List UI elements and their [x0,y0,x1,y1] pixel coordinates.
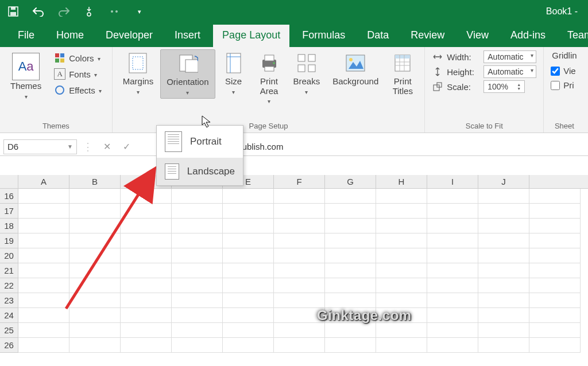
qat-customize-icon[interactable]: ▾ [132,4,147,19]
cell[interactable] [427,204,478,219]
cell[interactable] [69,323,121,338]
tab-developer[interactable]: Developer [96,25,162,47]
cell[interactable] [478,248,529,263]
col-header[interactable]: H [376,175,427,188]
col-header[interactable]: J [478,175,529,188]
cell[interactable] [121,233,172,248]
cell[interactable] [18,233,69,248]
cell[interactable] [121,323,172,338]
cell[interactable] [121,219,172,233]
cell[interactable] [427,248,478,263]
height-select[interactable]: Automatic [483,65,536,78]
cell[interactable] [223,189,274,204]
tab-formulas[interactable]: Formulas [293,25,354,47]
background-button[interactable]: Background [327,49,384,89]
cell[interactable] [172,263,223,278]
orientation-portrait[interactable]: Portrait [157,126,243,158]
cell[interactable] [172,189,223,204]
effects-button[interactable]: Effects ▾ [51,83,105,98]
cell[interactable] [18,278,69,293]
cell[interactable] [274,323,325,338]
cell[interactable] [529,323,581,338]
cell[interactable] [529,293,581,308]
cell[interactable] [121,189,172,204]
cell[interactable] [69,219,121,233]
cell[interactable] [172,204,223,219]
cell[interactable] [529,278,581,293]
cell[interactable] [478,219,529,233]
cell[interactable] [529,338,581,353]
cell[interactable] [223,263,274,278]
cell[interactable] [69,233,121,248]
row-header[interactable]: 21 [0,263,18,278]
col-header[interactable]: F [274,175,325,188]
cell[interactable] [274,248,325,263]
cell[interactable] [376,189,427,204]
col-header[interactable]: B [69,175,121,188]
cell[interactable] [18,248,69,263]
checkbox-icon[interactable] [551,81,560,90]
cell[interactable] [376,338,427,353]
row-header[interactable]: 22 [0,278,18,293]
cell[interactable] [69,263,121,278]
cell[interactable] [529,233,581,248]
cell[interactable] [223,338,274,353]
cell[interactable] [274,278,325,293]
cell[interactable] [18,189,69,204]
cell[interactable] [223,248,274,263]
cell[interactable] [325,293,376,308]
cell[interactable] [325,233,376,248]
cell[interactable] [18,338,69,353]
touch-mode-icon[interactable] [82,4,96,19]
cell[interactable] [69,293,121,308]
gridlines-print-checkbox[interactable]: Pri [551,79,578,91]
cell[interactable] [376,204,427,219]
cell[interactable] [325,189,376,204]
col-header[interactable]: A [18,175,69,188]
colors-button[interactable]: Colors ▾ [51,50,105,65]
row-header[interactable]: 24 [0,308,18,323]
tab-insert[interactable]: Insert [165,25,210,47]
cell[interactable] [274,219,325,233]
cell[interactable] [223,219,274,233]
cell[interactable] [18,263,69,278]
cell[interactable] [274,293,325,308]
breaks-button[interactable]: Breaks ▾ [288,49,326,98]
fonts-button[interactable]: A Fonts ▾ [51,67,105,81]
cell[interactable] [223,204,274,219]
cell[interactable] [121,293,172,308]
cell[interactable] [529,219,581,233]
orientation-button[interactable]: Orientation ▾ [160,49,215,99]
gridlines-view-checkbox[interactable]: Vie [551,65,578,77]
qat-more-icon[interactable] [107,4,122,19]
cell[interactable] [529,263,581,278]
cell[interactable] [478,278,529,293]
cell[interactable] [529,189,581,204]
cell[interactable] [69,308,121,323]
cell[interactable] [427,308,478,323]
themes-button[interactable]: Aa Themes ▾ [5,49,47,102]
cell[interactable] [172,293,223,308]
cell[interactable] [18,293,69,308]
cell[interactable] [69,278,121,293]
cell[interactable] [172,248,223,263]
cell[interactable] [478,204,529,219]
col-header[interactable]: I [427,175,478,188]
cell[interactable] [478,233,529,248]
print-area-button[interactable]: PrintArea ▾ [252,49,287,107]
cell[interactable] [18,308,69,323]
width-select[interactable]: Automatic [483,50,536,63]
cell[interactable] [529,248,581,263]
undo-icon[interactable] [31,4,46,19]
cell[interactable] [274,189,325,204]
cell[interactable] [274,204,325,219]
cell[interactable] [325,338,376,353]
cell[interactable] [325,219,376,233]
cell[interactable] [172,278,223,293]
cell[interactable] [18,219,69,233]
cell[interactable] [478,189,529,204]
cell[interactable] [427,278,478,293]
row-header[interactable]: 19 [0,233,18,248]
cell[interactable] [529,204,581,219]
cell[interactable] [274,338,325,353]
